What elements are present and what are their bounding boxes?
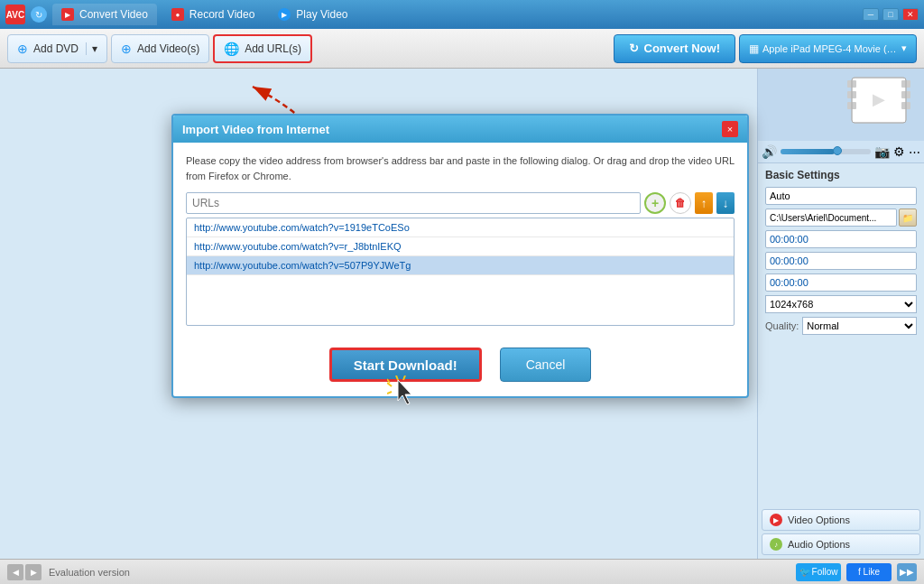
record-tab-icon: ●	[171, 8, 184, 21]
browse-folder-button[interactable]: 📁	[899, 209, 917, 227]
twitter-button[interactable]: 🐦 Follow	[796, 563, 841, 581]
nav-forward-button[interactable]: ▶	[25, 564, 42, 580]
url-list: http://www.youtube.com/watch?v=1919eTCoE…	[186, 218, 735, 326]
resolution-setting-row: 1024x768	[765, 295, 917, 313]
add-dvd-button[interactable]: ⊕ Add DVD ▾	[7, 34, 107, 63]
evaluation-label: Evaluation version	[49, 567, 130, 578]
svg-line-3	[387, 392, 392, 394]
panel-controls-row: 🔊 📷 ⚙ ⋯	[758, 141, 924, 163]
delete-url-button[interactable]: 🗑	[670, 192, 691, 214]
cancel-button[interactable]: Cancel	[500, 348, 592, 382]
navigation-buttons: ◀ ▶	[7, 564, 42, 580]
app-logo: AVC	[5, 5, 25, 24]
right-panel: ▶ 🔊 📷 ⚙ ⋯ Basic Settings 📁	[757, 69, 924, 559]
refresh-icon[interactable]: ↻	[31, 6, 47, 23]
tab-record[interactable]: ● Record Video	[162, 4, 264, 25]
add-video-button[interactable]: ⊕ Add Video(s)	[111, 34, 209, 63]
url-list-header: + 🗑 ↑ ↓	[186, 192, 735, 214]
add-dvd-dropdown-icon[interactable]: ▾	[86, 42, 97, 55]
convert-now-button[interactable]: ↻ Convert Now!	[614, 34, 736, 63]
move-url-down-button[interactable]: ↓	[716, 192, 735, 214]
url-input[interactable]	[186, 192, 641, 214]
twitter-icon: 🐦	[799, 567, 810, 577]
url-item-2[interactable]: http://www.youtube.com/watch?v=507P9YJWe…	[187, 256, 734, 275]
dialog-body: Please copy the video address from brows…	[173, 143, 747, 337]
quality-select[interactable]: Normal	[802, 317, 917, 335]
add-url-button[interactable]: 🌐 Add URL(s)	[213, 34, 312, 63]
close-button[interactable]: ✕	[902, 8, 919, 21]
panel-bottom-buttons: ▶ Video Options ♪ Audio Options	[758, 505, 924, 559]
basic-settings-panel: Basic Settings 📁 1024x768	[758, 163, 924, 344]
convert-refresh-icon: ↻	[629, 42, 639, 55]
more-icon[interactable]: ⋯	[909, 145, 920, 159]
title-bar: AVC ↻ ▶ Convert Video ● Record Video ▶ P…	[0, 0, 924, 29]
dialog-header: Import Video from Internet ×	[173, 116, 747, 143]
dialog-close-button[interactable]: ×	[722, 121, 738, 137]
url-item-1[interactable]: http://www.youtube.com/watch?v=r_J8btnIE…	[187, 237, 734, 256]
time3-input[interactable]	[765, 273, 917, 292]
facebook-button[interactable]: f Like	[846, 563, 892, 581]
format-dropdown-icon: ▾	[901, 42, 907, 54]
output-path-input[interactable]	[765, 209, 897, 227]
panel-film-area: ▶	[758, 69, 924, 141]
add-url-icon: 🌐	[224, 42, 239, 56]
start-download-button[interactable]: Start Download!	[329, 348, 482, 382]
snapshot-icon[interactable]: 📷	[874, 144, 890, 159]
settings-icon[interactable]: ⚙	[893, 144, 905, 159]
quality-label: Quality:	[765, 320, 799, 331]
dialog-title: Import Video from Internet	[182, 123, 329, 136]
audio-options-button[interactable]: ♪ Audio Options	[762, 533, 920, 555]
auto-setting-row	[765, 187, 917, 205]
tab-convert[interactable]: ▶ Convert Video	[52, 4, 157, 25]
import-dialog: Import Video from Internet × Please copy…	[171, 114, 749, 398]
dialog-footer: Start Download! Cancel	[173, 337, 747, 396]
minimize-button[interactable]: ─	[863, 8, 879, 21]
url-item-0[interactable]: http://www.youtube.com/watch?v=1919eTCoE…	[187, 218, 734, 237]
window-controls: ─ □ ✕	[863, 8, 919, 21]
resolution-select[interactable]: 1024x768	[765, 295, 917, 313]
speaker-icon: 🔊	[762, 144, 777, 159]
dialog-description: Please copy the video address from brows…	[186, 153, 735, 183]
quality-setting-row: Quality: Normal	[765, 317, 917, 335]
status-bar: ◀ ▶ Evaluation version 🐦 Follow f Like ▶…	[0, 559, 924, 584]
play-tab-icon: ▶	[278, 8, 291, 21]
auto-input[interactable]	[765, 187, 917, 205]
center-area: Import Video from Internet × Please copy…	[0, 69, 757, 559]
time1-input[interactable]	[765, 230, 917, 248]
audio-options-icon: ♪	[770, 538, 782, 551]
time2-input[interactable]	[765, 252, 917, 270]
status-right-area: 🐦 Follow f Like ▶▶	[796, 563, 917, 581]
add-video-icon: ⊕	[121, 42, 132, 56]
convert-tab-icon: ▶	[61, 8, 74, 21]
more-button[interactable]: ▶▶	[897, 563, 917, 581]
nav-back-button[interactable]: ◀	[7, 564, 23, 580]
svg-marker-1	[398, 380, 411, 404]
video-options-icon: ▶	[770, 514, 782, 526]
basic-settings-title: Basic Settings	[765, 169, 917, 181]
time3-setting-row	[765, 273, 917, 292]
format-selector-button[interactable]: ▦ Apple iPad MPEG-4 Movie (*.mp4) ▾	[739, 34, 917, 63]
svg-text:▶: ▶	[873, 90, 885, 108]
format-icon: ▦	[749, 42, 759, 55]
video-options-button[interactable]: ▶ Video Options	[762, 509, 920, 531]
toolbar: ⊕ Add DVD ▾ ⊕ Add Video(s) 🌐 Add URL(s) …	[0, 29, 924, 69]
add-url-item-button[interactable]: +	[644, 192, 666, 214]
path-setting-row: 📁	[765, 209, 917, 227]
time1-setting-row	[765, 230, 917, 248]
move-url-up-button[interactable]: ↑	[695, 192, 713, 214]
main-content: Import Video from Internet × Please copy…	[0, 69, 924, 559]
tab-play[interactable]: ▶ Play Video	[269, 4, 356, 25]
svg-line-2	[387, 383, 392, 386]
restore-button[interactable]: □	[882, 8, 899, 21]
add-dvd-icon: ⊕	[17, 42, 28, 56]
time2-setting-row	[765, 252, 917, 270]
film-graphic: ▶	[847, 73, 919, 141]
